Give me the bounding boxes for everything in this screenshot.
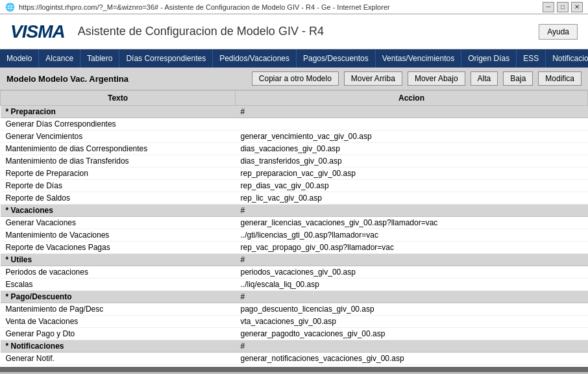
row-texto: Escalas <box>1 279 236 291</box>
browser-icon: 🌐 <box>5 3 15 12</box>
row-accion: # <box>236 205 588 217</box>
row-texto: * Vacaciones <box>1 205 236 217</box>
model-label: Modelo Modelo Vac. Argentina <box>6 74 247 84</box>
nav-tabs: ModeloAlcanceTableroDías Correspondiente… <box>0 49 588 68</box>
row-accion: rep_dias_vac_giv_00.asp <box>236 180 588 192</box>
row-texto: Reporte de Saldos <box>1 192 236 205</box>
row-texto: Mantenimiento de dias Transferidos <box>1 155 236 168</box>
row-accion: rep_vac_propago_giv_00.asp?llamador=vac <box>236 242 588 254</box>
row-accion: # <box>236 291 588 303</box>
row-texto: Reporte de Días <box>1 180 236 192</box>
table-row[interactable]: Generar Pago y Dtogenerar_pagodto_vacaci… <box>1 328 588 340</box>
row-texto: Generar Vencimientos <box>1 131 236 143</box>
row-texto: Generar Días Correspondientes <box>1 118 236 131</box>
row-accion: generar_licencias_vacaciones_giv_00.asp?… <box>236 217 588 229</box>
table-row[interactable]: Generar Días Correspondientes <box>1 118 588 131</box>
row-texto: * Notificaciones <box>1 340 236 353</box>
alta-button[interactable]: Alta <box>471 71 498 86</box>
nav-tab-alcance[interactable]: Alcance <box>39 49 80 68</box>
category-row: * Notificaciones# <box>1 340 588 353</box>
nav-tab-modelo[interactable]: Modelo <box>0 49 39 68</box>
table-row[interactable]: Venta de Vacacionesvta_vacaciones_giv_00… <box>1 316 588 328</box>
row-texto: Reporte de Preparacion <box>1 168 236 180</box>
ayuda-button[interactable]: Ayuda <box>539 24 578 40</box>
menu-table: Texto Accion * Preparacion# Generar Días… <box>0 90 588 367</box>
row-texto: Reporte de Vacaciones Pagas <box>1 242 236 254</box>
close-button[interactable]: ✕ <box>571 2 583 12</box>
table-row[interactable]: Generar Vacacionesgenerar_licencias_vaca… <box>1 217 588 229</box>
row-texto: Mantenimiento de Vacaciones <box>1 229 236 242</box>
menu-table-container: Texto Accion * Preparacion# Generar Días… <box>0 90 588 367</box>
category-row: * Preparacion# <box>1 106 588 118</box>
row-texto: Mantenimiento de dias Correspondientes <box>1 143 236 155</box>
title-bar-text: https://logintst.rhpro.com/?_M=&wiznro=3… <box>19 3 543 11</box>
col-accion: Accion <box>236 91 588 106</box>
visma-logo: VISMA <box>10 21 65 42</box>
row-accion <box>236 118 588 131</box>
row-texto: Venta de Vacaciones <box>1 316 236 328</box>
row-accion: ../gti/licencias_gti_00.asp?llamador=vac <box>236 229 588 242</box>
row-texto: * Utiles <box>1 254 236 266</box>
row-accion: dias_transferidos_giv_00.asp <box>236 155 588 168</box>
table-row[interactable]: Periodos de vacacionesperiodos_vacacione… <box>1 266 588 279</box>
move-up-button[interactable]: Mover Arriba <box>344 71 402 86</box>
row-accion: rep_preparacion_vac_giv_00.asp <box>236 168 588 180</box>
row-texto: Generar Notif. <box>1 353 236 365</box>
row-accion: ../liq/escala_liq_00.asp <box>236 279 588 291</box>
table-row[interactable]: Escalas../liq/escala_liq_00.asp <box>1 279 588 291</box>
category-row: * Vacaciones# <box>1 205 588 217</box>
move-down-button[interactable]: Mover Abajo <box>408 71 465 86</box>
row-accion: rep_lic_vac_giv_00.asp <box>236 192 588 205</box>
row-texto: Mantenimiento de Pag/Desc <box>1 303 236 316</box>
row-accion: generar_pagodto_vacaciones_giv_00.asp <box>236 328 588 340</box>
table-row[interactable]: Mantenimiento de dias Correspondientesdi… <box>1 143 588 155</box>
nav-tab-tablero[interactable]: Tablero <box>80 49 119 68</box>
table-row[interactable]: Mantenimiento de dias Transferidosdias_t… <box>1 155 588 168</box>
nav-tab-ess[interactable]: ESS <box>517 49 546 68</box>
window-controls: ─ □ ✕ <box>543 2 583 12</box>
row-texto: Generar Pago y Dto <box>1 328 236 340</box>
nav-tab-d-as-correspondientes[interactable]: Días Correspondientes <box>119 49 213 68</box>
nav-tab-origen-d-as[interactable]: Origen Días <box>461 49 517 68</box>
table-row[interactable]: Generar Vencimientosgenerar_vencimiento_… <box>1 131 588 143</box>
row-accion: # <box>236 340 588 353</box>
modifica-button[interactable]: Modifica <box>538 71 582 86</box>
table-row[interactable]: Mantenimiento de Vacaciones../gti/licenc… <box>1 229 588 242</box>
nav-tab-notificaciones[interactable]: Notificaciones <box>546 49 588 68</box>
category-row: * Utiles# <box>1 254 588 266</box>
row-accion: generar_vencimiento_vac_giv_00.asp <box>236 131 588 143</box>
row-texto: * Preparacion <box>1 106 236 118</box>
restore-button[interactable]: □ <box>557 2 569 12</box>
toolbar: Modelo Modelo Vac. Argentina Copiar a ot… <box>0 68 588 90</box>
table-row[interactable]: Reporte de Preparacionrep_preparacion_va… <box>1 168 588 180</box>
app-header: VISMA Asistente de Configuracion de Mode… <box>0 14 588 49</box>
baja-button[interactable]: Baja <box>503 71 533 86</box>
category-row: * Pago/Descuento# <box>1 291 588 303</box>
row-texto: * Pago/Descuento <box>1 291 236 303</box>
nav-tab-pagos-descuentos[interactable]: Pagos/Descuentos <box>297 49 376 68</box>
minimize-button[interactable]: ─ <box>543 2 554 12</box>
row-accion: # <box>236 254 588 266</box>
col-texto: Texto <box>1 91 236 106</box>
table-row[interactable]: Mantenimiento de Pag/Descpago_descuento_… <box>1 303 588 316</box>
table-row[interactable]: Reporte de Díasrep_dias_vac_giv_00.asp <box>1 180 588 192</box>
nav-tab-ventas-vencimientos[interactable]: Ventas/Vencimientos <box>376 49 461 68</box>
table-row[interactable]: Reporte de Vacaciones Pagasrep_vac_propa… <box>1 242 588 254</box>
nav-tab-pedidos-vacaciones[interactable]: Pedidos/Vacaciones <box>213 49 297 68</box>
row-texto: Generar Vacaciones <box>1 217 236 229</box>
row-accion: dias_vacaciones_giv_00.asp <box>236 143 588 155</box>
row-texto: Periodos de vacaciones <box>1 266 236 279</box>
copy-model-button[interactable]: Copiar a otro Modelo <box>252 71 339 86</box>
row-accion: pago_descuento_licencias_giv_00.asp <box>236 303 588 316</box>
title-bar: 🌐 https://logintst.rhpro.com/?_M=&wiznro… <box>0 0 588 14</box>
row-accion: vta_vacaciones_giv_00.asp <box>236 316 588 328</box>
row-accion: generar_notificaciones_vacaciones_giv_00… <box>236 353 588 365</box>
table-row[interactable]: Reporte de Saldosrep_lic_vac_giv_00.asp <box>1 192 588 205</box>
table-row[interactable]: Generar Notif.generar_notificaciones_vac… <box>1 353 588 365</box>
row-accion: # <box>236 106 588 118</box>
row-accion: periodos_vacaciones_giv_00.asp <box>236 266 588 279</box>
app-title: Asistente de Configuracion de Modelo GIV… <box>78 25 539 38</box>
status-bar <box>0 367 588 372</box>
